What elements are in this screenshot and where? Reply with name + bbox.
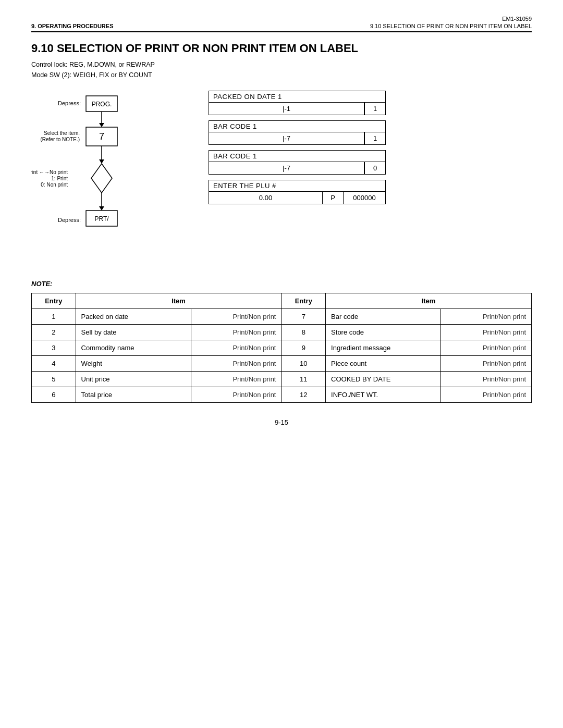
step4-label: Depress:	[58, 217, 81, 223]
item1-cell: Total price	[76, 387, 191, 403]
entry2-cell: 8	[282, 325, 326, 340]
step1-box: PROG.	[92, 101, 112, 108]
panel4-right: 000000	[344, 192, 385, 204]
entry2-cell: 12	[282, 387, 326, 403]
print-label-line1: Print ←→No print	[31, 169, 68, 175]
panel-barcode-0: BAR CODE 1 |-7 0	[209, 150, 386, 175]
note-table: Entry Item Entry Item 1 Packed on date P…	[31, 293, 532, 403]
entry2-cell: 10	[282, 356, 326, 372]
panel-barcode-1: BAR CODE 1 |-7 1	[209, 120, 386, 145]
section-label: 9. OPERATING PROCEDURES	[31, 23, 114, 29]
svg-marker-7	[99, 206, 104, 211]
panel1-row: |-1 1	[209, 103, 385, 115]
display-panels: PACKED ON DATE 1 |-1 1 BAR CODE 1 |-7 1 …	[209, 91, 532, 204]
status2-cell: Print/Non print	[441, 340, 532, 356]
print-label-line3: 0: Non print	[41, 182, 68, 188]
panel3-left: |-7	[209, 162, 364, 174]
panel3-right: 0	[364, 162, 385, 174]
note-label: NOTE:	[31, 280, 532, 288]
panel4-middle: P	[323, 192, 344, 204]
status2-cell: Print/Non print	[441, 309, 532, 325]
item2-cell: Ingredient message	[326, 340, 441, 356]
print-label-line2: 1: Print	[51, 176, 68, 181]
status2-cell: Print/Non print	[441, 387, 532, 403]
panel2-row: |-7 1	[209, 132, 385, 144]
item1-cell: Unit price	[76, 372, 191, 387]
entry1-cell: 6	[32, 387, 76, 403]
status2-cell: Print/Non print	[441, 372, 532, 387]
header-section: 9. OPERATING PROCEDURES 9.10 SELECTION O…	[31, 23, 532, 32]
panel-enter-plu: ENTER THE PLU # 0.00 P 000000	[209, 180, 386, 204]
step2-label-line2: (Refer to NOTE.)	[40, 137, 80, 142]
flow-diagram: Depress: PROG. Select the item. (Refer t…	[31, 91, 188, 264]
panel1-left: |-1	[209, 103, 364, 115]
col2-item-header: Item	[326, 293, 532, 309]
panel4-header: ENTER THE PLU #	[209, 180, 385, 192]
panel2-right: 1	[364, 132, 385, 144]
panel2-header: BAR CODE 1	[209, 121, 385, 132]
entry1-cell: 4	[32, 356, 76, 372]
status1-cell: Print/Non print	[191, 340, 282, 356]
status1-cell: Print/Non print	[191, 387, 282, 403]
control-line2: Mode SW (2): WEIGH, FIX or BY COUNT	[31, 70, 532, 80]
step4-box: PRT/	[94, 215, 109, 223]
panel3-header: BAR CODE 1	[209, 151, 385, 162]
step1-label: Depress:	[58, 100, 81, 106]
entry2-cell: 11	[282, 372, 326, 387]
item1-cell: Packed on date	[76, 309, 191, 325]
panel4-row: 0.00 P 000000	[209, 192, 385, 204]
doc-number: EM1-31059	[31, 16, 532, 22]
entry2-cell: 7	[282, 309, 326, 325]
item1-cell: Sell by date	[76, 325, 191, 340]
col1-entry-header: Entry	[32, 293, 76, 309]
item2-cell: COOKED BY DATE	[326, 372, 441, 387]
item2-cell: INFO./NET WT.	[326, 387, 441, 403]
main-content: Depress: PROG. Select the item. (Refer t…	[31, 91, 532, 264]
table-row: 4 Weight Print/Non print 10 Piece count …	[32, 356, 532, 372]
panel2-left: |-7	[209, 132, 364, 144]
table-row: 6 Total price Print/Non print 12 INFO./N…	[32, 387, 532, 403]
panel3-row: |-7 0	[209, 162, 385, 174]
status1-cell: Print/Non print	[191, 309, 282, 325]
control-line1: Control lock: REG, M.DOWN, or REWRAP	[31, 59, 532, 70]
status2-cell: Print/Non print	[441, 356, 532, 372]
item2-cell: Store code	[326, 325, 441, 340]
panel1-right: 1	[364, 103, 385, 115]
col1-item-header: Item	[76, 293, 282, 309]
page-number: 9-15	[31, 418, 532, 426]
diamond-shape	[91, 164, 112, 193]
panel-packed-on-date: PACKED ON DATE 1 |-1 1	[209, 91, 386, 115]
subsection-label: 9.10 SELECTION OF PRINT OR NON PRINT ITE…	[370, 23, 532, 29]
item1-cell: Weight	[76, 356, 191, 372]
control-info: Control lock: REG, M.DOWN, or REWRAP Mod…	[31, 59, 532, 80]
diagram-svg: Depress: PROG. Select the item. (Refer t…	[31, 91, 182, 263]
item2-cell: Piece count	[326, 356, 441, 372]
col2-entry-header: Entry	[282, 293, 326, 309]
table-row: 1 Packed on date Print/Non print 7 Bar c…	[32, 309, 532, 325]
entry2-cell: 9	[282, 340, 326, 356]
panel1-header: PACKED ON DATE 1	[209, 91, 385, 103]
page-title: 9.10 SELECTION OF PRINT OR NON PRINT ITE…	[31, 42, 532, 55]
status1-cell: Print/Non print	[191, 356, 282, 372]
entry1-cell: 5	[32, 372, 76, 387]
status1-cell: Print/Non print	[191, 372, 282, 387]
table-row: 5 Unit price Print/Non print 11 COOKED B…	[32, 372, 532, 387]
status2-cell: Print/Non print	[441, 325, 532, 340]
entry1-cell: 3	[32, 340, 76, 356]
entry1-cell: 2	[32, 325, 76, 340]
table-row: 3 Commodity name Print/Non print 9 Ingre…	[32, 340, 532, 356]
table-row: 2 Sell by date Print/Non print 8 Store c…	[32, 325, 532, 340]
svg-marker-2	[99, 123, 104, 127]
step2-label-line1: Select the item.	[44, 130, 80, 136]
step2-box: 7	[99, 131, 104, 142]
status1-cell: Print/Non print	[191, 325, 282, 340]
item2-cell: Bar code	[326, 309, 441, 325]
entry1-cell: 1	[32, 309, 76, 325]
table-header-row: Entry Item Entry Item	[32, 293, 532, 309]
item1-cell: Commodity name	[76, 340, 191, 356]
panel4-left: 0.00	[209, 192, 323, 204]
